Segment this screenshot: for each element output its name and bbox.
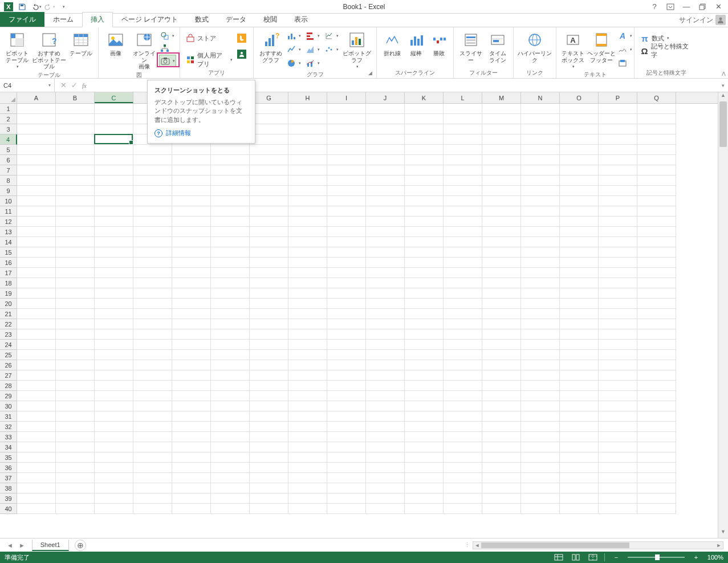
enter-formula-button[interactable]: ✓ [71,81,78,89]
cell[interactable] [405,114,444,124]
cell[interactable] [95,329,133,340]
cell[interactable] [521,360,560,370]
cell[interactable] [327,247,366,258]
cell[interactable] [56,104,95,114]
cell[interactable] [327,401,366,411]
row-header[interactable]: 30 [0,401,17,411]
pie-chart-button[interactable]: ▾ [286,57,302,70]
row-header[interactable]: 3 [0,124,17,134]
cell[interactable] [637,278,676,288]
cell[interactable] [288,299,327,309]
cell[interactable] [521,340,560,350]
row-header[interactable]: 40 [0,504,17,514]
cell[interactable] [172,145,211,155]
page-break-view-button[interactable] [587,553,599,562]
cell[interactable] [172,370,211,381]
cell[interactable] [560,104,599,114]
cell[interactable] [405,217,444,227]
cell[interactable] [405,432,444,442]
cell[interactable] [288,114,327,124]
cell[interactable] [366,432,405,442]
cell[interactable] [521,247,560,258]
save-button[interactable] [16,1,29,13]
cell[interactable] [56,227,95,237]
cell[interactable] [599,401,637,411]
cell[interactable] [405,350,444,360]
tab-file[interactable]: ファイル [0,12,44,27]
cell[interactable] [327,288,366,299]
row-header[interactable]: 20 [0,299,17,309]
cell[interactable] [521,196,560,206]
tab-data[interactable]: データ [217,12,255,27]
cell[interactable] [637,422,676,432]
cell[interactable] [327,104,366,114]
cell[interactable] [17,104,56,114]
cell[interactable] [366,463,405,473]
cell[interactable] [637,493,676,504]
cell[interactable] [637,442,676,452]
column-header[interactable]: B [56,92,95,103]
column-header[interactable]: N [521,92,560,103]
cell[interactable] [366,165,405,176]
cell[interactable] [95,340,133,350]
cell[interactable] [17,411,56,422]
cell[interactable] [133,370,172,381]
cell[interactable] [327,350,366,360]
cell[interactable] [637,309,676,319]
cell[interactable] [172,309,211,319]
cell[interactable] [172,155,211,165]
cell[interactable] [211,227,250,237]
cell[interactable] [17,186,56,196]
row-header[interactable]: 28 [0,381,17,391]
minimize-button[interactable]: ― [681,2,692,12]
pictures-button[interactable]: 画像 [102,30,129,57]
cell[interactable] [172,258,211,268]
cell[interactable] [327,432,366,442]
row-header[interactable]: 16 [0,258,17,268]
cell[interactable] [56,217,95,227]
cell[interactable] [327,463,366,473]
cell[interactable] [56,350,95,360]
cell[interactable] [327,268,366,278]
cell[interactable] [444,483,482,493]
cell[interactable] [366,309,405,319]
cell[interactable] [405,134,444,145]
insert-function-button[interactable]: fx [82,82,87,89]
cell[interactable] [444,422,482,432]
cell[interactable] [560,473,599,483]
cell[interactable] [211,278,250,288]
cell[interactable] [521,176,560,186]
cell[interactable] [637,504,676,514]
cell[interactable] [560,124,599,134]
cell[interactable] [211,247,250,258]
cell[interactable] [521,165,560,176]
cell[interactable] [637,432,676,442]
cell[interactable] [211,288,250,299]
headerfooter-button[interactable]: ヘッダーと フッター [587,30,616,63]
cell[interactable] [637,452,676,463]
cell[interactable] [444,432,482,442]
cell[interactable] [405,329,444,340]
cell[interactable] [211,165,250,176]
cell[interactable] [482,155,521,165]
cell[interactable] [327,473,366,483]
cell[interactable] [56,186,95,196]
cell[interactable] [366,258,405,268]
scatter-chart-button[interactable]: ▾ [323,43,340,56]
cell[interactable] [366,329,405,340]
cell[interactable] [444,350,482,360]
cell[interactable] [133,463,172,473]
cell[interactable] [560,288,599,299]
cell[interactable] [56,258,95,268]
cell[interactable] [327,329,366,340]
column-header[interactable]: H [288,92,327,103]
wordart-button[interactable]: A▾ [617,30,631,42]
cell[interactable] [17,176,56,186]
cell[interactable] [17,340,56,350]
close-button[interactable]: ✕ [713,2,723,12]
cell[interactable] [560,319,599,329]
column-header[interactable]: K [405,92,444,103]
cell[interactable] [250,247,288,258]
row-header[interactable]: 14 [0,237,17,247]
cell[interactable] [250,504,288,514]
